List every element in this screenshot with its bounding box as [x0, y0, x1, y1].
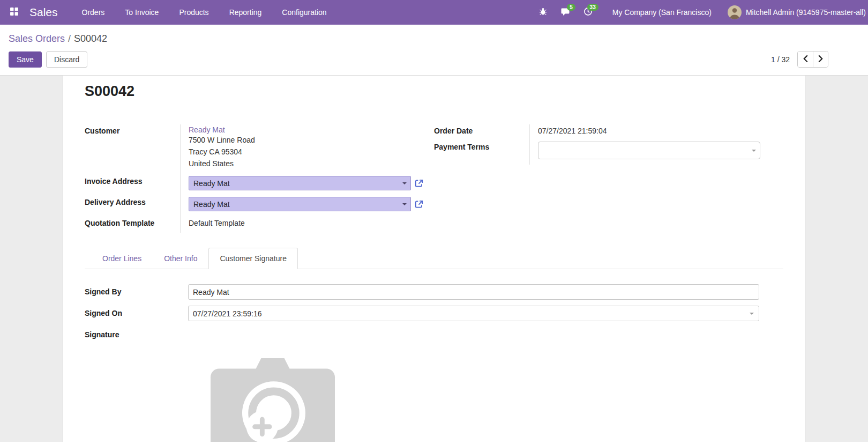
nav-orders[interactable]: Orders	[72, 0, 115, 25]
messages-button[interactable]: 5	[554, 0, 577, 25]
field-row-invoice-address: Invoice Address Ready Mat	[85, 175, 434, 196]
top-navbar: Sales Orders To Invoice Products Reporti…	[0, 0, 868, 25]
quotation-template-value[interactable]: Default Template	[189, 218, 245, 227]
tab-content-customer-signature: Signed By Signed On Signature	[85, 269, 783, 442]
form-sheet: S00042 Customer Ready Mat 7500 W Linne R…	[63, 76, 805, 442]
nav-reporting[interactable]: Reporting	[219, 0, 272, 25]
customer-address-line3: United States	[189, 158, 434, 169]
field-row-order-date: Order Date 07/27/2021 21:59:04	[434, 124, 783, 140]
group-right: Order Date 07/27/2021 21:59:04 Payment T…	[434, 124, 783, 233]
delivery-address-input[interactable]: Ready Mat	[189, 197, 411, 211]
customer-link[interactable]: Ready Mat	[189, 125, 225, 134]
nav-configuration[interactable]: Configuration	[272, 0, 336, 25]
chevron-right-icon	[818, 55, 823, 64]
order-date-value[interactable]: 07/27/2021 21:59:04	[538, 125, 607, 135]
invoice-address-external-link-icon[interactable]	[414, 179, 424, 188]
dropdown-caret-icon[interactable]	[752, 150, 756, 154]
pager-previous-button[interactable]	[798, 51, 813, 67]
nav-to-invoice[interactable]: To Invoice	[115, 0, 169, 25]
customer-label: Customer	[85, 124, 180, 175]
dropdown-caret-icon[interactable]	[402, 203, 407, 208]
navbar-left: Sales Orders To Invoice Products Reporti…	[0, 0, 337, 25]
group-left: Customer Ready Mat 7500 W Linne Road Tra…	[85, 124, 434, 233]
signed-by-input[interactable]	[188, 284, 759, 300]
invoice-address-label: Invoice Address	[85, 175, 180, 196]
activities-button[interactable]: 33	[577, 0, 600, 25]
delivery-address-label: Delivery Address	[85, 196, 180, 217]
payment-terms-input[interactable]	[538, 142, 760, 159]
control-panel: Sales Orders/S00042 Save Discard 1 / 32	[0, 25, 868, 76]
signature-label: Signature	[85, 327, 188, 442]
apps-grid-icon	[10, 7, 19, 18]
field-row-customer: Customer Ready Mat 7500 W Linne Road Tra…	[85, 124, 434, 175]
tab-other-info[interactable]: Other Info	[153, 248, 208, 269]
chevron-left-icon	[803, 55, 808, 64]
invoice-address-input[interactable]: Ready Mat	[189, 176, 411, 190]
field-row-signed-on: Signed On	[85, 306, 783, 321]
form-buttons: Save Discard	[9, 51, 87, 68]
delivery-address-value: Ready Mat	[193, 200, 230, 209]
signed-on-label: Signed On	[85, 306, 188, 321]
apps-menu-button[interactable]	[0, 0, 26, 25]
customer-address-line2: Tracy CA 95304	[189, 146, 434, 158]
activities-badge: 33	[587, 4, 598, 11]
breadcrumb-sales-orders[interactable]: Sales Orders	[9, 33, 65, 44]
field-row-quotation-template: Quotation Template Default Template	[85, 217, 434, 233]
app-name[interactable]: Sales	[26, 6, 72, 19]
breadcrumb: Sales Orders/S00042	[0, 25, 868, 49]
tab-bar: Order Lines Other Info Customer Signatur…	[85, 248, 783, 269]
invoice-address-value: Ready Mat	[193, 179, 230, 188]
dropdown-caret-icon[interactable]	[402, 182, 407, 187]
notebook: Order Lines Other Info Customer Signatur…	[85, 248, 783, 442]
field-row-signature: Signature	[85, 327, 783, 442]
payment-terms-label: Payment Terms	[434, 140, 529, 165]
form-groups: Customer Ready Mat 7500 W Linne Road Tra…	[85, 124, 783, 233]
messages-badge: 5	[567, 4, 575, 11]
tab-customer-signature[interactable]: Customer Signature	[208, 248, 298, 269]
content-area: S00042 Customer Ready Mat 7500 W Linne R…	[0, 76, 868, 442]
user-name: Mitchell Admin (9145975-master-all)	[746, 8, 866, 17]
signed-by-label: Signed By	[85, 284, 188, 300]
field-row-payment-terms: Payment Terms	[434, 140, 783, 165]
customer-address-line1: 7500 W Linne Road	[189, 134, 434, 146]
signature-upload-area[interactable]	[209, 349, 336, 442]
discard-button[interactable]: Discard	[46, 51, 87, 68]
navbar-right: 5 33 My Company (San Francisco) Mitchell…	[532, 0, 868, 25]
pager: 1 / 32	[771, 51, 859, 68]
pager-next-button[interactable]	[813, 51, 828, 67]
order-date-label: Order Date	[434, 124, 529, 140]
field-row-delivery-address: Delivery Address Ready Mat	[85, 196, 434, 217]
debug-menu-button[interactable]	[532, 0, 554, 25]
quotation-template-label: Quotation Template	[85, 217, 180, 233]
pager-value: 1 / 32	[771, 55, 790, 64]
company-switcher[interactable]: My Company (San Francisco)	[600, 8, 728, 17]
delivery-address-external-link-icon[interactable]	[414, 199, 424, 209]
breadcrumb-current: S00042	[74, 33, 107, 44]
avatar	[728, 5, 742, 19]
save-button[interactable]: Save	[9, 51, 42, 68]
pager-buttons	[797, 51, 828, 68]
control-panel-row: Save Discard 1 / 32	[0, 49, 868, 75]
nav-products[interactable]: Products	[169, 0, 219, 25]
signed-on-input[interactable]	[188, 306, 759, 321]
dropdown-caret-icon[interactable]	[750, 313, 754, 317]
breadcrumb-separator: /	[65, 33, 74, 44]
user-menu[interactable]: Mitchell Admin (9145975-master-all)	[728, 5, 868, 19]
bug-icon	[539, 8, 547, 17]
field-row-signed-by: Signed By	[85, 284, 783, 300]
tab-order-lines[interactable]: Order Lines	[91, 248, 153, 269]
record-title: S00042	[85, 83, 783, 100]
